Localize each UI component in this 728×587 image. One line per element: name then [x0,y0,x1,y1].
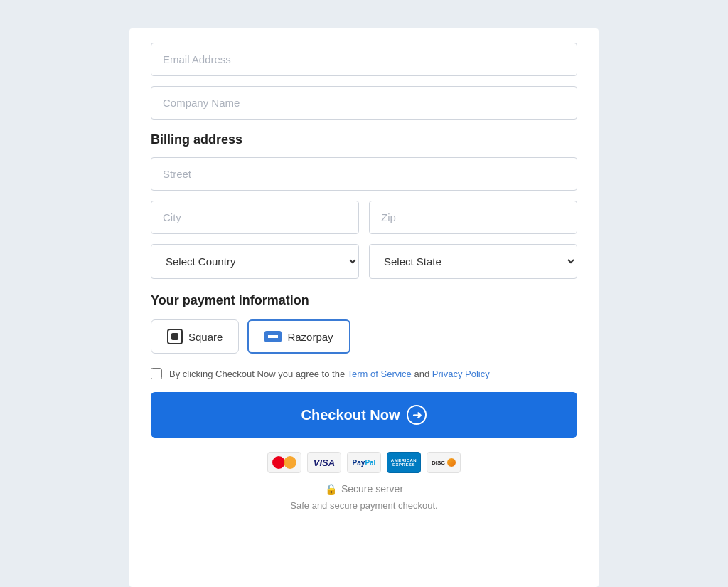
zip-input[interactable] [369,201,577,234]
state-select[interactable]: Select State [369,244,577,279]
payment-section-label: Your payment information [151,293,577,308]
visa-logo: VISA [307,452,341,473]
paypal-text: PayPal [353,459,376,467]
terms-text: By clicking Checkout Now you agree to th… [169,369,490,379]
secure-server-row: 🔒 Secure server [151,483,577,495]
discover-text: DISC [432,460,445,466]
terms-row: By clicking Checkout Now you agree to th… [151,368,577,379]
mc-circle-right [284,456,296,469]
terms-checkbox[interactable] [151,368,162,379]
square-icon-inner [171,333,178,340]
privacy-policy-link[interactable]: Privacy Policy [432,369,490,379]
square-label: Square [188,331,223,343]
discover-dot [447,458,456,467]
payment-buttons: Square Razorpay [151,319,577,354]
checkout-button[interactable]: Checkout Now ➜ [151,392,577,438]
safe-text: Safe and secure payment checkout. [151,500,577,511]
square-icon [167,329,183,344]
payment-logos: VISA PayPal AMERICAN EXPRESS DISC [151,452,577,473]
razorpay-payment-button[interactable]: Razorpay [247,319,350,354]
razorpay-label: Razorpay [287,331,333,343]
lock-icon: 🔒 [325,483,337,495]
square-payment-button[interactable]: Square [151,319,239,354]
paypal-logo: PayPal [347,452,381,473]
billing-address-label: Billing address [151,132,577,147]
country-select[interactable]: Select Country [151,244,359,279]
secure-server-label: Secure server [341,483,403,495]
city-input[interactable] [151,201,359,234]
checkout-label: Checkout Now [301,407,400,423]
mastercard-logo [267,452,301,473]
page-wrapper: Billing address Select Country Select St… [14,14,714,587]
street-input[interactable] [151,157,577,191]
company-name-input[interactable] [151,86,577,120]
form-container: Billing address Select Country Select St… [129,28,599,587]
discover-logo: DISC [427,452,461,473]
razorpay-icon [264,331,282,342]
country-state-row: Select Country Select State [151,244,577,279]
checkout-arrow-icon: ➜ [407,405,427,425]
terms-of-service-link[interactable]: Term of Service [348,369,412,379]
email-input[interactable] [151,43,577,76]
amex-logo: AMERICAN EXPRESS [387,452,421,473]
city-zip-row [151,201,577,234]
